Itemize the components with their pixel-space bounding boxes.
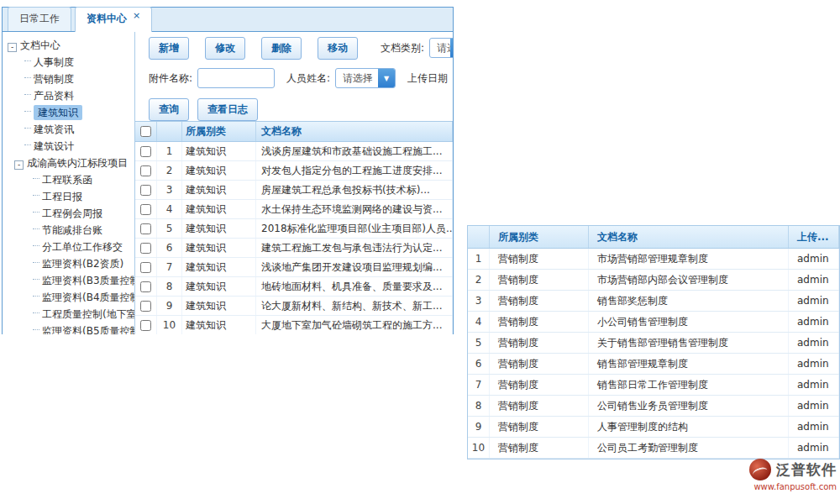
- tree-item[interactable]: 工程日报: [3, 188, 134, 205]
- close-tab-icon[interactable]: ×: [133, 10, 140, 21]
- collapse-icon[interactable]: -: [14, 160, 24, 170]
- doc-category-label: 文档类别:: [381, 41, 424, 55]
- tree-item[interactable]: 监理资料(B3质量控制): [3, 272, 134, 289]
- sidebar-item-construction-news[interactable]: 建筑资讯: [3, 121, 134, 138]
- table-row[interactable]: 10 建筑知识 大厦地下室加气砼墙砌筑工程的施工方...: [135, 316, 453, 334]
- tree-label: 工程日报: [42, 191, 82, 202]
- row-number: 2: [468, 270, 490, 290]
- row-checkbox[interactable]: [140, 320, 151, 331]
- row-number: 2: [157, 161, 182, 180]
- row-checkbox[interactable]: [140, 185, 151, 196]
- query-button[interactable]: 查询: [149, 98, 189, 121]
- add-button[interactable]: 新增: [149, 37, 189, 60]
- table-row[interactable]: 9 营销制度 人事管理制度的结构 admin: [468, 417, 839, 438]
- docname-column-header: 文档名称: [256, 122, 453, 141]
- row-number: 3: [157, 181, 182, 199]
- table-row[interactable]: 4 营销制度 小公司销售管理制度 admin: [468, 312, 839, 333]
- sidebar-item-hr-policy[interactable]: 人事制度: [3, 54, 134, 71]
- tree-item[interactable]: 分工单位工作移交: [3, 239, 134, 255]
- select-all-checkbox[interactable]: [140, 126, 151, 137]
- dropdown-arrow-icon: ▼: [378, 69, 395, 87]
- tree-label: 监理资料(B4质量控制): [42, 291, 134, 303]
- tree-item[interactable]: 监理资料(B5质量控制): [3, 323, 134, 334]
- tree-item[interactable]: 工程质量控制(地下室): [3, 306, 134, 323]
- toolbar-actions: 查询 查看日志: [149, 99, 453, 119]
- category-column-header: 所属别类: [490, 226, 589, 248]
- row-checkbox[interactable]: [140, 281, 151, 292]
- table-row[interactable]: 1 建筑知识 浅谈房屋建筑和市政基础设施工程施工...: [135, 142, 453, 161]
- row-uploader: admin: [789, 249, 839, 269]
- row-category: 建筑知识: [182, 142, 256, 160]
- table-row[interactable]: 1 营销制度 市场营销部管理规章制度 admin: [468, 249, 839, 270]
- table-row[interactable]: 10 营销制度 公司员工考勤管理制度 admin: [468, 438, 839, 459]
- tree-item[interactable]: 工程例会周报: [3, 205, 134, 222]
- view-log-button[interactable]: 查看日志: [197, 98, 258, 121]
- person-name-select[interactable]: 请选择 ▼: [335, 68, 396, 88]
- tab-data-center[interactable]: 资料中心×: [75, 7, 152, 32]
- table-row[interactable]: 5 建筑知识 2018标准化监理项目部(业主项目部)人员...: [135, 219, 453, 239]
- row-category: 建筑知识: [182, 181, 256, 199]
- tree-label: 工程例会周报: [42, 207, 102, 219]
- tab-label: 资料中心: [87, 13, 127, 24]
- table-row[interactable]: 2 营销制度 市场营销部内部会议管理制度 admin: [468, 270, 839, 291]
- tree-label: 工程质量控制(地下室): [42, 308, 134, 320]
- sidebar-item-product-info[interactable]: 产品资料: [3, 87, 134, 104]
- table-row[interactable]: 6 营销制度 销售部管理规章制度 admin: [468, 354, 839, 375]
- row-checkbox[interactable]: [140, 301, 151, 312]
- row-checkbox[interactable]: [140, 223, 151, 234]
- row-category: 营销制度: [490, 375, 589, 395]
- sidebar-item-marketing-policy[interactable]: 营销制度: [3, 71, 134, 87]
- move-button[interactable]: 移动: [318, 37, 358, 60]
- row-docname: 公司员工考勤管理制度: [589, 438, 789, 458]
- row-docname: 关于销售部管理销售管理制度: [589, 333, 789, 353]
- table-row[interactable]: 6 建筑知识 建筑工程施工发包与承包违法行为认定...: [135, 239, 453, 258]
- vendor-url: www.fanpusoft.com: [719, 482, 837, 491]
- row-checkbox[interactable]: [140, 146, 151, 157]
- row-docname: 地砖地面材料、机具准备、质量要求及...: [256, 277, 453, 296]
- doc-category-select[interactable]: 请选择 ▼: [429, 38, 453, 58]
- table-row[interactable]: 2 建筑知识 对发包人指定分包的工程施工进度安排...: [135, 161, 453, 181]
- sidebar-item-construction-design[interactable]: 建筑设计: [3, 138, 134, 155]
- table-row[interactable]: 3 建筑知识 房屋建筑工程总承包投标书(技术标)...: [135, 181, 453, 200]
- table-row[interactable]: 5 营销制度 关于销售部管理销售管理制度 admin: [468, 333, 839, 354]
- tree-item[interactable]: 监理资料(B2资质): [3, 255, 134, 272]
- delete-button[interactable]: 删除: [261, 37, 302, 60]
- tree-label: 产品资料: [34, 90, 74, 102]
- sidebar-item-construction-knowledge[interactable]: 建筑知识: [3, 104, 134, 121]
- attachment-name-input[interactable]: [197, 68, 275, 88]
- sidebar-item-document-center[interactable]: -文档中心: [3, 37, 134, 54]
- row-category: 建筑知识: [182, 200, 256, 218]
- row-docname: 建筑工程施工发包与承包违法行为认定...: [256, 239, 453, 257]
- tab-bar: 日常工作 资料中心×: [3, 8, 453, 32]
- row-checkbox[interactable]: [140, 165, 151, 176]
- row-docname: 大厦地下室加气砼墙砌筑工程的施工方...: [256, 316, 453, 334]
- collapse-icon[interactable]: -: [8, 43, 17, 52]
- row-uploader: admin: [789, 354, 839, 374]
- row-category: 营销制度: [490, 312, 589, 332]
- tree-label: 成渝高铁内江标段项目: [27, 157, 128, 169]
- attachment-name-label: 附件名称:: [149, 71, 192, 86]
- row-uploader: admin: [789, 417, 839, 437]
- row-checkbox[interactable]: [140, 262, 151, 273]
- table-row[interactable]: 8 建筑知识 地砖地面材料、机具准备、质量要求及...: [135, 277, 453, 297]
- table-row[interactable]: 8 营销制度 公司销售业务员管理制度 admin: [468, 396, 839, 417]
- sidebar-item-project-root[interactable]: -成渝高铁内江标段项目: [3, 155, 134, 171]
- table-row[interactable]: 9 建筑知识 论大厦新材料、新结构、新技术、新工...: [135, 297, 453, 316]
- row-checkbox[interactable]: [140, 204, 151, 215]
- number-column-header: [468, 226, 490, 248]
- toolbar-filters: 附件名称: 人员姓名: 请选择 ▼ 上传日期: [149, 67, 453, 89]
- number-column-header: [157, 122, 182, 141]
- modify-button[interactable]: 修改: [205, 37, 245, 60]
- table-row[interactable]: 3 营销制度 销售部奖惩制度 admin: [468, 291, 839, 312]
- table-row[interactable]: 7 营销制度 销售部日常工作管理制度 admin: [468, 375, 839, 396]
- table-row[interactable]: 4 建筑知识 水土保持生态环境监测网络的建设与资...: [135, 200, 453, 219]
- tree-item[interactable]: 节能减排台账: [3, 222, 134, 239]
- row-docname: 市场营销部管理规章制度: [589, 249, 789, 269]
- row-checkbox[interactable]: [140, 243, 151, 254]
- tab-daily-work[interactable]: 日常工作: [8, 7, 71, 31]
- row-category: 营销制度: [490, 270, 589, 290]
- table-row[interactable]: 7 建筑知识 浅谈地产集团开发建设项目监理规划编...: [135, 258, 453, 277]
- tree-item[interactable]: 工程联系函: [3, 171, 134, 188]
- documents-table-header: 所属别类 文档名称: [135, 122, 453, 142]
- tree-item[interactable]: 监理资料(B4质量控制): [3, 289, 134, 306]
